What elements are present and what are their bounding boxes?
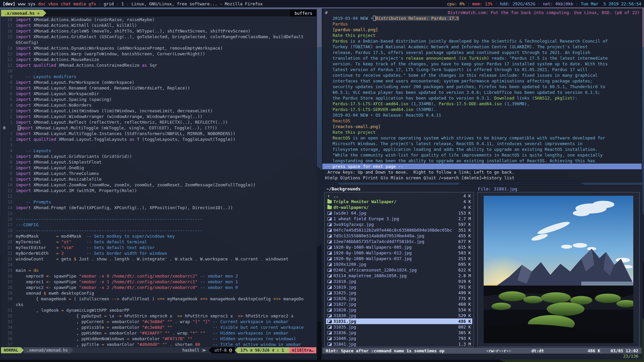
editor-tab[interactable]: .x/xmonad.hs » [1, 10, 43, 16]
file-row[interactable]: 31827.jpg468 K [326, 301, 472, 307]
link[interactable]: Pardus [325, 39, 348, 44]
file-row[interactable]: ↑..4 K [326, 193, 472, 199]
editor-line: 0import XMonad.Layout.MultiToggle (mkTog… [1, 125, 316, 131]
file-row[interactable]: 31825.jpg499 K [326, 290, 472, 296]
link[interactable]: ReactOS [325, 118, 350, 123]
text-segment: "#c3e88d" [142, 319, 165, 324]
text-segment: = [56, 251, 59, 256]
code-text: -- Prompts [16, 199, 51, 205]
link[interactable]: Pardus-17.5-LTS-SERVER-amd64.iso [325, 107, 413, 112]
browser-line: Rate this project [322, 129, 642, 135]
link[interactable]: Pardus-17.5-DDE-amd64.iso [439, 101, 502, 106]
file-row[interactable]: 7d3c13155880e514a8d6d70510be449a.jpg455 … [326, 233, 472, 239]
link[interactable]: SHA512 [535, 96, 550, 101]
file-row[interactable]: 31830.jpg529 K [326, 313, 472, 318]
editor-line: 12 [1, 193, 316, 199]
line-number: 28 [1, 285, 16, 290]
link[interactable]: Pardus-17.5-LTS-XFCE-amd64.iso [325, 101, 408, 106]
file-row[interactable]: 1 wheat field Europe 3.jpg2.7 M [326, 216, 472, 222]
line-number: 0 [1, 125, 18, 131]
link[interactable]: ReactOS [325, 135, 350, 140]
text-segment: -- Sets default terminal [87, 239, 147, 244]
file-row[interactable]: 31840.jpg793 K [326, 336, 472, 341]
file-row[interactable]: (wide) 64.jpg153 K [326, 210, 472, 216]
text-segment: , ppHiddenNoWindows [16, 336, 127, 341]
file-row[interactable]: 03114_mapletree_1680x1050.jpg2.8 M [326, 273, 472, 279]
link[interactable]: Rate this project [325, 130, 376, 135]
file-row[interactable]: dt-wallpapers/4 K [326, 204, 472, 210]
file-name: 31836.jpg [333, 330, 356, 335]
text-segment: myTerminal [16, 239, 56, 244]
file-row[interactable]: 04fc7e45d58112b2a9fe446c8c635886b694e108… [326, 227, 472, 233]
file-row[interactable]: 31835.jpg802 K [326, 324, 472, 330]
file-size: 775 K [458, 296, 471, 301]
browser-line: "While the community wish-list for quali… [322, 152, 642, 158]
browser-line: latest version of Pardus 17, LTS (Long-T… [322, 67, 642, 72]
line-number: 33 [1, 319, 16, 324]
file-list-pane[interactable]: ↑..4 KTriple Monitor Wallpaper/4 Kdt-wal… [324, 192, 474, 347]
editor-buffer[interactable]: 18import XMonad.Actions.WindowGo (runOrR… [1, 16, 316, 347]
line-number: 5 [1, 97, 16, 102]
image-preview [484, 196, 633, 343]
text-segment: W.current [233, 256, 261, 261]
text-segment: -- Visible but not current workspace [213, 325, 304, 330]
editor-line: 8import XMonad.Layout.ThreeColumns [1, 171, 316, 176]
link[interactable]: [reactos-small.png] [325, 124, 381, 129]
editor-line: 2import XMonad.Layout.WindowArranger (wi… [1, 114, 316, 119]
file-row[interactable]: 3vo91g7azxqz.jpg597 K [326, 222, 472, 227]
workspace-tag[interactable]: doc vbox chat media gfx [38, 1, 96, 6]
file-row[interactable]: 1920-By-1080-Wallpapers-005.jpg615 K [326, 244, 472, 250]
file-size: 4 K [463, 205, 471, 210]
text-segment: <+> [200, 296, 208, 301]
file-row[interactable]: 31828.jpg534 K [326, 307, 472, 313]
file-row[interactable]: 1920x1200.jpg695 K [326, 261, 472, 267]
editor-line: 21myTextEditor = "vim" -- Sets default t… [1, 245, 316, 250]
code-text: myBorderWidth = 2 -- Sets border width f… [16, 250, 167, 256]
file-row[interactable]: 31819.jpg791 K [326, 284, 472, 290]
text-segment: windowCount [16, 256, 56, 261]
browser-line: Turkey (TÜBİTAK) and National Academic N… [322, 44, 642, 50]
file-row[interactable]: 02461_africansunset_1280x1024.jpg622 K [326, 267, 472, 273]
file-row[interactable]: 1920-By-1080-Wallpapers-037.jpg253 K [326, 256, 472, 261]
vim-command-line[interactable] [1, 353, 316, 360]
image-preview-pane [477, 192, 640, 347]
text-segment: XMonad.Layout.Renamed (renamed, Rename(C… [31, 85, 190, 90]
link[interactable]: Rate this project [325, 33, 376, 38]
text-segment: <+> [273, 296, 281, 301]
file-row[interactable]: 31818.jpg919 K [326, 279, 472, 284]
image-file-icon [327, 212, 332, 215]
file-row[interactable]: 31841.jpg1.3 M [326, 341, 472, 347]
file-row[interactable]: 31826.jpg775 K [326, 296, 472, 301]
link[interactable]: [pardus-small.png] [325, 27, 378, 32]
link[interactable]: release announcement [406, 56, 457, 61]
link[interactable]: pkglist [555, 96, 573, 101]
file-row[interactable]: Triple Monitor Wallpaper/4 K [326, 199, 472, 204]
editor-line: 22myBorderWidth = 2 -- Sets border width… [1, 250, 316, 256]
text-segment: , ppHidden [16, 330, 104, 336]
text-segment: as [142, 63, 147, 68]
toolbar-hash[interactable]: # [325, 10, 328, 15]
editor-line: 5import XMonad.Layout.GridVariants (Grid… [1, 154, 316, 159]
file-name: 31840.jpg [333, 336, 356, 341]
line-number: 17 [1, 22, 16, 28]
line-number: 1 [1, 131, 16, 136]
page-title: DistroWatch.com: Put the fun back into c… [448, 10, 640, 15]
workspace-tag[interactable]: www sys [18, 1, 38, 6]
image-file-icon [327, 251, 332, 255]
file-row[interactable]: 31836.jpg365 K [326, 330, 472, 336]
link[interactable]: (in Turkish) [459, 56, 489, 61]
file-row[interactable]: 12ee746bb85735f1a7a4cd4d7f581b5c.jpg677 … [326, 239, 472, 244]
text-segment: Sqr [147, 63, 157, 68]
workspace-tag[interactable]: [dev] [3, 1, 18, 6]
code-text: ----------------------------------------… [16, 228, 203, 233]
image-file-icon [327, 240, 332, 243]
link[interactable]: Download [494, 96, 514, 101]
text-segment: Turkey (TÜBİTAK) and National Academic N… [325, 44, 588, 49]
link[interactable]: Distribution Release: Pardus 17.5 [376, 16, 459, 21]
editor-line: 17import XMonad.Actions.WithAll (sinkAll… [1, 22, 316, 28]
file-row[interactable]: 31831.jpg486 K [326, 318, 472, 324]
file-row[interactable]: 1920-By-1080-Wallpapers-012.jpg503 K [326, 250, 472, 256]
link[interactable]: Pardus [325, 21, 348, 26]
text-segment: ): [573, 96, 578, 101]
text-segment: <- [46, 285, 51, 290]
